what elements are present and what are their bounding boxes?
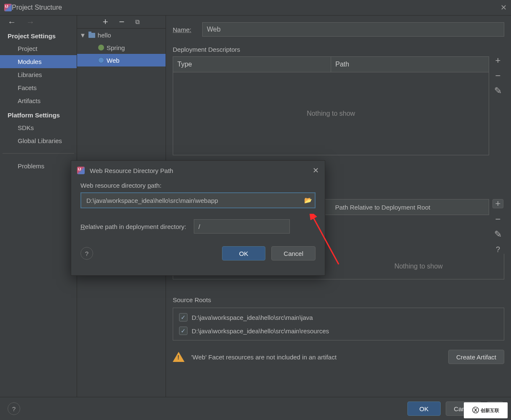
help-icon[interactable]: ? [8, 402, 20, 415]
source-roots-heading: Source Roots [173, 296, 504, 303]
add-descriptor-icon[interactable]: + [495, 56, 501, 65]
edit-resource-icon[interactable]: ✎ [494, 230, 502, 239]
left-sidebar: ← → Project Settings Project Modules Lib… [0, 16, 77, 398]
path-input[interactable] [86, 197, 304, 205]
remove-icon[interactable]: − [119, 16, 125, 27]
window-title: Project Structure [12, 4, 62, 11]
tree-label: hello [98, 32, 111, 39]
remove-descriptor-icon[interactable]: − [495, 72, 501, 80]
nav-modules[interactable]: Modules [0, 55, 77, 68]
help-resource-icon[interactable]: ? [496, 245, 500, 254]
relative-row: Relative path in deployment directory: [80, 219, 316, 234]
name-input[interactable] [202, 22, 504, 37]
tree-node-spring[interactable]: Spring [77, 41, 166, 54]
back-icon[interactable]: ← [8, 17, 16, 27]
deployment-descriptors-heading: Deployment Descriptors [173, 46, 504, 53]
warning-row: 'Web' Facet resources are not included i… [173, 350, 504, 364]
dialog-title: Web Resource Directory Path [90, 167, 173, 174]
warning-icon [173, 352, 185, 362]
warning-text: 'Web' Facet resources are not included i… [191, 354, 337, 361]
web-icon [98, 57, 104, 63]
source-root-row[interactable]: ✓ D:\java\workspace_idea\hello\src\main\… [179, 313, 498, 322]
remove-resource-icon[interactable]: − [495, 215, 501, 223]
app-logo-icon [77, 167, 85, 174]
col-type[interactable]: Type [173, 57, 331, 72]
col-path-relative[interactable]: Path Relative to Deployment Root [331, 199, 489, 215]
add-resource-icon[interactable]: + [492, 199, 503, 208]
web-resource-dialog: Web Resource Directory Path ✕ Web resour… [71, 160, 325, 276]
add-icon[interactable]: + [103, 16, 108, 27]
app-logo-icon [4, 4, 12, 11]
dialog-button-bar: ? OK Cancel A [0, 397, 511, 420]
spring-icon [98, 45, 104, 51]
table-header: Type Path [173, 57, 489, 72]
title-bar: Project Structure ✕ [0, 0, 511, 16]
nav-history: ← → [0, 16, 77, 28]
chevron-down-icon: ▼ [80, 32, 86, 39]
source-roots-box: ✓ D:\java\workspace_idea\hello\src\main\… [173, 308, 504, 340]
ok-button[interactable]: OK [407, 401, 441, 416]
checkbox-icon[interactable]: ✓ [179, 313, 187, 322]
dialog-help-icon[interactable]: ? [80, 247, 93, 260]
tree-label: Spring [107, 44, 125, 51]
source-root-path: D:\java\workspace_idea\hello\src\main\ja… [192, 314, 313, 321]
dialog-cancel-button[interactable]: Cancel [271, 246, 316, 261]
nav-separator [3, 153, 74, 154]
nav-artifacts[interactable]: Artifacts [0, 94, 77, 107]
nav-libraries[interactable]: Libraries [0, 68, 77, 81]
dialog-footer: ? OK Cancel [71, 235, 325, 261]
deployment-descriptors-table: Type Path Nothing to show [173, 56, 489, 155]
table-empty: Nothing to show [173, 72, 489, 155]
section-project-settings: Project Settings [0, 28, 77, 42]
tree-toolbar: + − ⧉ [77, 16, 166, 29]
watermark: ⓧ 创新互联 [464, 402, 508, 418]
dialog-close-icon[interactable]: ✕ [313, 166, 319, 175]
section-platform-settings: Platform Settings [0, 107, 77, 121]
tree-label: Web [107, 57, 120, 64]
browse-folder-icon[interactable]: 📂 [304, 197, 312, 204]
path-label: Web resource directory path: [80, 182, 316, 189]
copy-icon[interactable]: ⧉ [135, 18, 140, 26]
forward-icon[interactable]: → [26, 17, 35, 27]
source-roots-section: Source Roots ✓ D:\java\workspace_idea\he… [173, 296, 504, 340]
nav-project[interactable]: Project [0, 42, 77, 55]
create-artifact-button[interactable]: Create Artifact [448, 350, 504, 364]
dialog-body: Web resource directory path: 📂 Relative … [71, 180, 325, 235]
checkbox-icon[interactable]: ✓ [179, 327, 187, 335]
nav-sdks[interactable]: SDKs [0, 121, 77, 134]
nav-problems[interactable]: Problems [0, 159, 77, 173]
source-root-row[interactable]: ✓ D:\java\workspace_idea\hello\src\main\… [179, 327, 498, 335]
module-icon [88, 33, 95, 38]
relative-label: Relative path in deployment directory: [80, 223, 186, 230]
dialog-title-bar: Web Resource Directory Path ✕ [71, 161, 325, 180]
source-root-path: D:\java\workspace_idea\hello\src\main\re… [192, 327, 329, 335]
edit-descriptor-icon[interactable]: ✎ [494, 87, 502, 95]
tree-node-web[interactable]: Web [77, 54, 166, 66]
name-label: Name: [173, 26, 202, 33]
name-row: Name: [173, 22, 504, 37]
dialog-ok-button[interactable]: OK [222, 246, 266, 261]
relative-input[interactable] [194, 219, 290, 234]
tree-node-hello[interactable]: ▼ hello [77, 29, 166, 41]
nav-global-libraries[interactable]: Global Libraries [0, 134, 77, 147]
nav-facets[interactable]: Facets [0, 81, 77, 94]
window-close-icon[interactable]: ✕ [500, 3, 507, 12]
col-path[interactable]: Path [331, 57, 489, 72]
path-input-wrap: 📂 [80, 192, 316, 208]
